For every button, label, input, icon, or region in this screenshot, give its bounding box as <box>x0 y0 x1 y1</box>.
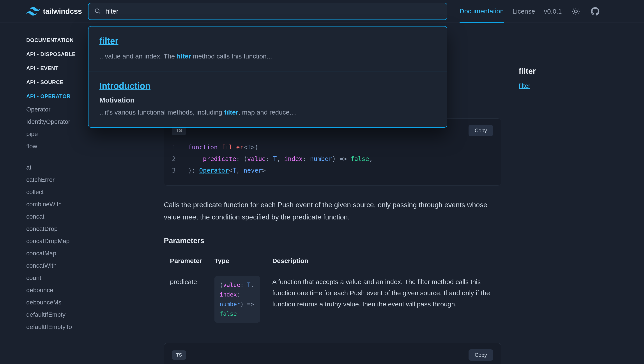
sidebar-item[interactable]: concatWith <box>26 260 142 272</box>
copy-button[interactable]: Copy <box>468 125 493 136</box>
language-tab[interactable]: TS <box>172 350 186 360</box>
sidebar-item[interactable]: catchError <box>26 174 142 186</box>
search-result-snippet: ...value and an index. The filter method… <box>100 51 436 62</box>
parameters-heading: Parameters <box>164 236 501 245</box>
github-icon[interactable] <box>590 6 600 17</box>
description-paragraph: Calls the predicate function for each Pu… <box>164 199 501 223</box>
sidebar-item[interactable]: defaultIfEmpty <box>26 308 142 321</box>
search-dropdown: filter ...value and an index. The filter… <box>88 26 447 128</box>
table-header: Description <box>266 253 501 269</box>
code-block: TS Copy 1 function filter<T, S extends T… <box>164 343 501 364</box>
toc-link[interactable]: filter <box>519 82 530 89</box>
header: tailwindcss filter ...value and an index… <box>0 0 644 23</box>
toc-heading: filter <box>519 66 576 76</box>
search-result-snippet: ...it's various functional methods, incl… <box>100 107 436 118</box>
search-input[interactable] <box>88 3 447 20</box>
nav-license[interactable]: License <box>512 8 535 22</box>
sidebar-item[interactable]: debounceMs <box>26 296 142 308</box>
sidebar-group: Operator IdentityOperator pipe flow at c… <box>26 103 142 333</box>
header-nav: Documentation License v0.0.1 <box>460 6 600 17</box>
param-desc: A function that accepts a value and an i… <box>266 269 501 330</box>
sidebar-item[interactable]: pipe <box>26 128 142 140</box>
param-name: predicate <box>164 269 208 330</box>
sidebar-item[interactable]: concatDrop <box>26 223 142 235</box>
sidebar-item[interactable]: defaultIfEmptyTo <box>26 321 142 333</box>
version-label: v0.0.1 <box>544 8 562 15</box>
search-result-section: Motivation <box>100 96 436 104</box>
sidebar-item[interactable]: at <box>26 162 142 174</box>
parameters-table: Parameter Type Description predicate (va… <box>164 253 501 330</box>
code-block: TS Copy 123 function filter<T>( predicat… <box>164 118 501 186</box>
sidebar-item[interactable]: combineWith <box>26 198 142 210</box>
line-gutter: 123 <box>168 142 182 176</box>
code-lines: function filter<T>( predicate: (value: T… <box>182 142 373 176</box>
search-result-title: filter <box>100 36 436 46</box>
sidebar-item[interactable]: concatDropMap <box>26 235 142 247</box>
svg-point-0 <box>95 9 99 13</box>
sidebar-item[interactable]: debounce <box>26 284 142 296</box>
copy-button[interactable]: Copy <box>468 349 493 361</box>
sidebar-item[interactable]: concatMap <box>26 247 142 260</box>
page-toc: filter filter <box>519 62 576 351</box>
sidebar-item[interactable]: count <box>26 272 142 284</box>
search-result[interactable]: Introduction Motivation ...it's various … <box>88 71 447 127</box>
search-icon <box>94 8 101 15</box>
theme-toggle-icon[interactable] <box>570 6 581 17</box>
sidebar-item[interactable]: concat <box>26 210 142 223</box>
sidebar-divider <box>26 157 133 157</box>
nav-documentation[interactable]: Documentation <box>460 8 504 23</box>
table-header: Type <box>208 253 266 269</box>
search-container: filter ...value and an index. The filter… <box>88 3 447 20</box>
sidebar-item[interactable]: collect <box>26 186 142 198</box>
table-row: predicate (value: T, index:number) => fa… <box>164 269 501 330</box>
table-header: Parameter <box>164 253 208 269</box>
search-result-title: Introduction <box>100 81 436 91</box>
type-chip: (value: T, index:number) => false <box>214 276 260 323</box>
search-result[interactable]: filter ...value and an index. The filter… <box>88 26 447 71</box>
sidebar-item[interactable]: flow <box>26 140 142 152</box>
param-type: (value: T, index:number) => false <box>208 269 266 330</box>
logo[interactable]: tailwindcss <box>26 7 82 16</box>
tailwind-logo-icon <box>26 7 40 16</box>
logo-text: tailwindcss <box>43 7 82 16</box>
svg-point-1 <box>574 10 577 13</box>
